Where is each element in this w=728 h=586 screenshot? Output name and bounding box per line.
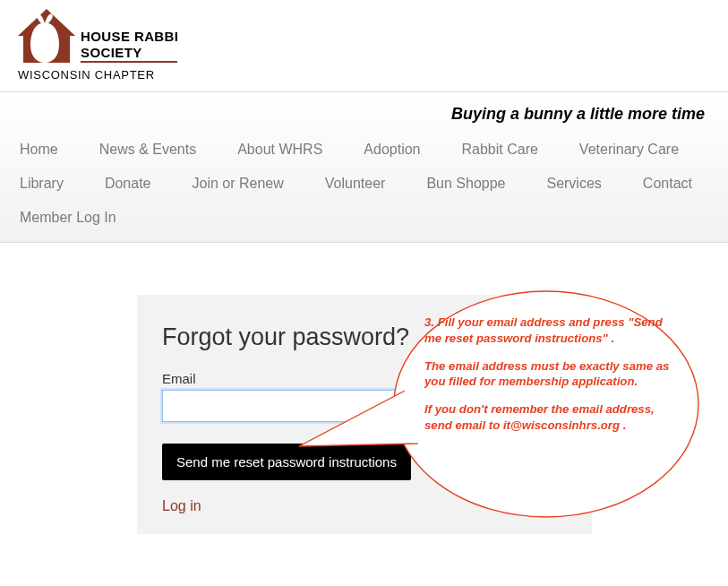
email-label: Email (162, 371, 567, 386)
nav-donate[interactable]: Donate (99, 168, 157, 199)
nav-join-renew[interactable]: Join or Renew (187, 168, 289, 199)
nav-about-whrs[interactable]: About WHRS (232, 134, 328, 165)
nav-services[interactable]: Services (541, 168, 606, 199)
nav-veterinary-care[interactable]: Veterinary Care (574, 134, 684, 165)
house-rabbit-society-logo-icon: HOUSE RABBIT SOCIETY WISCONSIN CHAPTER (13, 7, 178, 84)
main-nav: Home News & Events About WHRS Adoption R… (9, 131, 719, 242)
login-link[interactable]: Log in (162, 498, 201, 513)
logo[interactable]: HOUSE RABBIT SOCIETY WISCONSIN CHAPTER (13, 7, 717, 84)
email-input[interactable] (162, 390, 422, 422)
nav-member-login[interactable]: Member Log In (14, 203, 122, 233)
logo-text-line2: SOCIETY (81, 45, 142, 60)
nav-rabbit-care[interactable]: Rabbit Care (456, 134, 543, 165)
header: HOUSE RABBIT SOCIETY WISCONSIN CHAPTER (0, 0, 728, 91)
send-reset-instructions-button[interactable]: Send me reset password instructions (162, 444, 411, 480)
nav-region: Buying a bunny a little more time Home N… (0, 91, 728, 243)
panel-title: Forgot your password? (162, 323, 567, 351)
nav-adoption[interactable]: Adoption (358, 134, 425, 165)
nav-contact[interactable]: Contact (638, 168, 698, 199)
logo-chapter: WISCONSIN CHAPTER (18, 68, 155, 82)
nav-volunteer[interactable]: Volunteer (320, 168, 391, 199)
logo-text-line1: HOUSE RABBIT (81, 29, 178, 44)
forgot-password-panel: Forgot your password? Email Send me rese… (137, 295, 592, 534)
nav-news-events[interactable]: News & Events (94, 134, 201, 165)
nav-home[interactable]: Home (14, 134, 64, 165)
nav-bun-shoppe[interactable]: Bun Shoppe (421, 168, 510, 199)
tagline: Buying a bunny a little more time (9, 92, 719, 131)
nav-library[interactable]: Library (14, 168, 69, 199)
main-content: Forgot your password? Email Send me rese… (0, 243, 728, 561)
